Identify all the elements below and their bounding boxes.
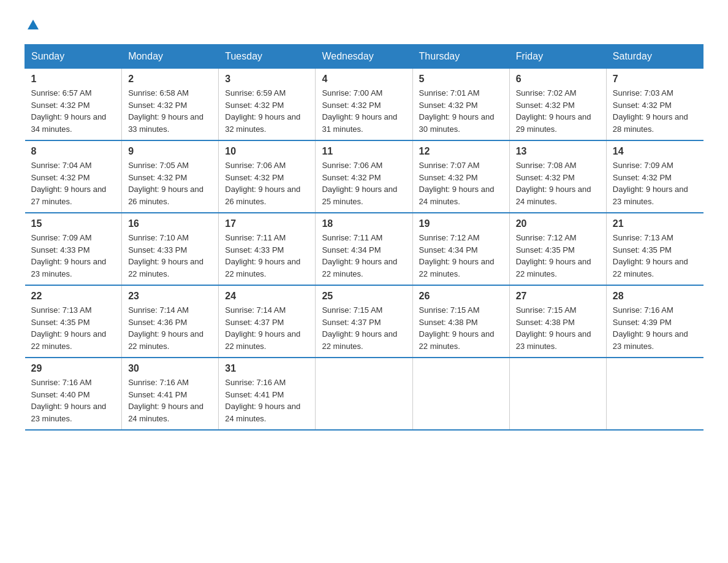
day-number: 27: [516, 291, 600, 302]
day-info: Sunrise: 7:15 AM Sunset: 4:38 PM Dayligh…: [516, 304, 600, 352]
calendar-cell: 26 Sunrise: 7:15 AM Sunset: 4:38 PM Dayl…: [412, 285, 509, 358]
day-number: 28: [613, 291, 697, 302]
calendar-cell: 29 Sunrise: 7:16 AM Sunset: 4:40 PM Dayl…: [25, 358, 122, 430]
day-number: 20: [516, 218, 600, 229]
day-of-week-header: Monday: [122, 45, 219, 69]
day-info: Sunrise: 7:07 AM Sunset: 4:32 PM Dayligh…: [419, 159, 503, 207]
calendar-cell: 9 Sunrise: 7:05 AM Sunset: 4:32 PM Dayli…: [122, 140, 219, 213]
calendar-cell: [412, 358, 509, 430]
calendar-cell: 28 Sunrise: 7:16 AM Sunset: 4:39 PM Dayl…: [606, 285, 703, 358]
calendar-week-row: 22 Sunrise: 7:13 AM Sunset: 4:35 PM Dayl…: [25, 285, 703, 358]
calendar-cell: 20 Sunrise: 7:12 AM Sunset: 4:35 PM Dayl…: [509, 213, 606, 285]
calendar-cell: 12 Sunrise: 7:07 AM Sunset: 4:32 PM Dayl…: [412, 140, 509, 213]
day-number: 19: [419, 218, 503, 229]
day-number: 9: [128, 146, 212, 157]
day-number: 22: [31, 291, 116, 302]
day-number: 31: [225, 363, 309, 374]
day-info: Sunrise: 7:03 AM Sunset: 4:32 PM Dayligh…: [613, 87, 697, 135]
calendar-cell: 16 Sunrise: 7:10 AM Sunset: 4:33 PM Dayl…: [122, 213, 219, 285]
day-number: 30: [128, 363, 212, 374]
day-info: Sunrise: 7:16 AM Sunset: 4:40 PM Dayligh…: [31, 377, 116, 424]
day-number: 17: [225, 218, 309, 229]
day-number: 25: [322, 291, 406, 302]
day-info: Sunrise: 7:12 AM Sunset: 4:35 PM Dayligh…: [516, 232, 600, 280]
calendar-cell: 3 Sunrise: 6:59 AM Sunset: 4:32 PM Dayli…: [219, 69, 316, 141]
day-number: 8: [31, 146, 116, 157]
day-number: 13: [516, 146, 600, 157]
day-info: Sunrise: 7:06 AM Sunset: 4:32 PM Dayligh…: [322, 159, 406, 207]
calendar-cell: 4 Sunrise: 7:00 AM Sunset: 4:32 PM Dayli…: [316, 69, 412, 141]
calendar-header-row: SundayMondayTuesdayWednesdayThursdayFrid…: [25, 45, 703, 69]
day-info: Sunrise: 7:11 AM Sunset: 4:34 PM Dayligh…: [322, 232, 406, 280]
day-info: Sunrise: 7:02 AM Sunset: 4:32 PM Dayligh…: [516, 87, 600, 135]
logo: [25, 18, 40, 32]
day-info: Sunrise: 7:05 AM Sunset: 4:32 PM Dayligh…: [128, 159, 212, 207]
day-info: Sunrise: 7:13 AM Sunset: 4:35 PM Dayligh…: [31, 304, 116, 352]
day-info: Sunrise: 6:59 AM Sunset: 4:32 PM Dayligh…: [225, 87, 309, 135]
day-info: Sunrise: 7:04 AM Sunset: 4:32 PM Dayligh…: [31, 159, 116, 207]
calendar-cell: 15 Sunrise: 7:09 AM Sunset: 4:33 PM Dayl…: [25, 213, 122, 285]
calendar-cell: 7 Sunrise: 7:03 AM Sunset: 4:32 PM Dayli…: [606, 69, 703, 141]
day-info: Sunrise: 6:57 AM Sunset: 4:32 PM Dayligh…: [31, 87, 116, 135]
day-info: Sunrise: 7:11 AM Sunset: 4:33 PM Dayligh…: [225, 232, 309, 280]
calendar-cell: 24 Sunrise: 7:14 AM Sunset: 4:37 PM Dayl…: [219, 285, 316, 358]
calendar-table: SundayMondayTuesdayWednesdayThursdayFrid…: [25, 44, 703, 431]
day-number: 3: [225, 74, 309, 85]
day-info: Sunrise: 7:09 AM Sunset: 4:32 PM Dayligh…: [613, 159, 697, 207]
logo-arrow-icon: [26, 18, 40, 32]
calendar-cell: 21 Sunrise: 7:13 AM Sunset: 4:35 PM Dayl…: [606, 213, 703, 285]
calendar-cell: [316, 358, 412, 430]
day-number: 21: [613, 218, 697, 229]
day-number: 24: [225, 291, 309, 302]
svg-marker-0: [28, 20, 39, 29]
day-number: 1: [31, 74, 116, 85]
calendar-cell: 23 Sunrise: 7:14 AM Sunset: 4:36 PM Dayl…: [122, 285, 219, 358]
calendar-cell: [509, 358, 606, 430]
day-number: 2: [128, 74, 212, 85]
day-of-week-header: Tuesday: [219, 45, 316, 69]
day-info: Sunrise: 7:01 AM Sunset: 4:32 PM Dayligh…: [419, 87, 503, 135]
day-number: 16: [128, 218, 212, 229]
calendar-cell: 1 Sunrise: 6:57 AM Sunset: 4:32 PM Dayli…: [25, 69, 122, 141]
day-info: Sunrise: 7:16 AM Sunset: 4:41 PM Dayligh…: [128, 377, 212, 424]
day-number: 26: [419, 291, 503, 302]
day-number: 10: [225, 146, 309, 157]
day-number: 29: [31, 363, 116, 374]
page-header: [25, 18, 703, 32]
calendar-week-row: 29 Sunrise: 7:16 AM Sunset: 4:40 PM Dayl…: [25, 358, 703, 430]
day-number: 7: [613, 74, 697, 85]
day-info: Sunrise: 7:08 AM Sunset: 4:32 PM Dayligh…: [516, 159, 600, 207]
day-of-week-header: Wednesday: [316, 45, 412, 69]
day-info: Sunrise: 7:16 AM Sunset: 4:41 PM Dayligh…: [225, 377, 309, 424]
day-info: Sunrise: 7:00 AM Sunset: 4:32 PM Dayligh…: [322, 87, 406, 135]
calendar-cell: 2 Sunrise: 6:58 AM Sunset: 4:32 PM Dayli…: [122, 69, 219, 141]
day-number: 6: [516, 74, 600, 85]
day-info: Sunrise: 7:14 AM Sunset: 4:37 PM Dayligh…: [225, 304, 309, 352]
calendar-week-row: 8 Sunrise: 7:04 AM Sunset: 4:32 PM Dayli…: [25, 140, 703, 213]
calendar-cell: 22 Sunrise: 7:13 AM Sunset: 4:35 PM Dayl…: [25, 285, 122, 358]
day-number: 14: [613, 146, 697, 157]
day-info: Sunrise: 7:16 AM Sunset: 4:39 PM Dayligh…: [613, 304, 697, 352]
calendar-cell: 6 Sunrise: 7:02 AM Sunset: 4:32 PM Dayli…: [509, 69, 606, 141]
day-number: 4: [322, 74, 406, 85]
calendar-cell: 5 Sunrise: 7:01 AM Sunset: 4:32 PM Dayli…: [412, 69, 509, 141]
calendar-cell: 19 Sunrise: 7:12 AM Sunset: 4:34 PM Dayl…: [412, 213, 509, 285]
day-of-week-header: Sunday: [25, 45, 122, 69]
day-info: Sunrise: 7:14 AM Sunset: 4:36 PM Dayligh…: [128, 304, 212, 352]
calendar-week-row: 1 Sunrise: 6:57 AM Sunset: 4:32 PM Dayli…: [25, 69, 703, 141]
calendar-cell: 10 Sunrise: 7:06 AM Sunset: 4:32 PM Dayl…: [219, 140, 316, 213]
day-info: Sunrise: 7:15 AM Sunset: 4:37 PM Dayligh…: [322, 304, 406, 352]
day-number: 11: [322, 146, 406, 157]
calendar-cell: 25 Sunrise: 7:15 AM Sunset: 4:37 PM Dayl…: [316, 285, 412, 358]
calendar-cell: 27 Sunrise: 7:15 AM Sunset: 4:38 PM Dayl…: [509, 285, 606, 358]
day-number: 15: [31, 218, 116, 229]
calendar-cell: 13 Sunrise: 7:08 AM Sunset: 4:32 PM Dayl…: [509, 140, 606, 213]
calendar-cell: 17 Sunrise: 7:11 AM Sunset: 4:33 PM Dayl…: [219, 213, 316, 285]
day-info: Sunrise: 7:15 AM Sunset: 4:38 PM Dayligh…: [419, 304, 503, 352]
day-info: Sunrise: 7:13 AM Sunset: 4:35 PM Dayligh…: [613, 232, 697, 280]
calendar-cell: 31 Sunrise: 7:16 AM Sunset: 4:41 PM Dayl…: [219, 358, 316, 430]
day-number: 5: [419, 74, 503, 85]
day-number: 12: [419, 146, 503, 157]
day-info: Sunrise: 6:58 AM Sunset: 4:32 PM Dayligh…: [128, 87, 212, 135]
calendar-cell: 11 Sunrise: 7:06 AM Sunset: 4:32 PM Dayl…: [316, 140, 412, 213]
